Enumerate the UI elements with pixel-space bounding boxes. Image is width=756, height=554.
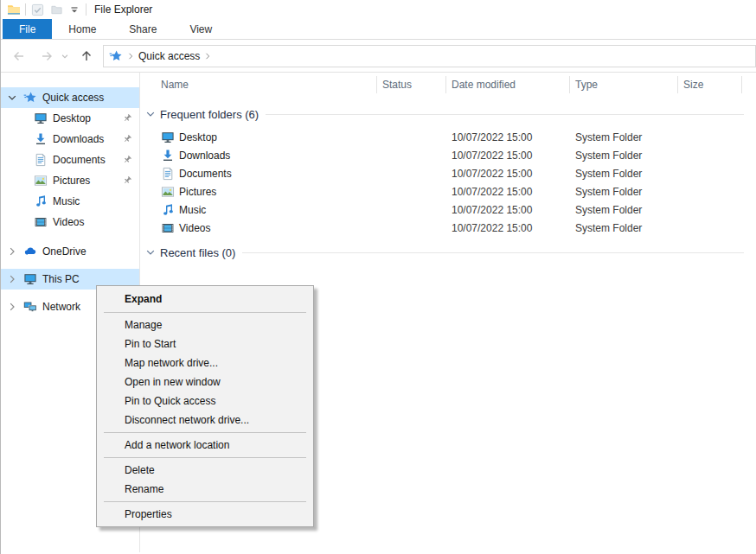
breadcrumb-chevron-icon[interactable] xyxy=(203,52,212,60)
tab-file[interactable]: File xyxy=(3,19,52,39)
chevron-right-icon[interactable] xyxy=(7,274,17,284)
chevron-right-icon[interactable] xyxy=(7,246,17,257)
file-date-modified: 10/07/2022 15:00 xyxy=(446,150,570,162)
pictures-icon xyxy=(161,185,175,199)
file-row-music[interactable]: Music 10/07/2022 15:00 System Folder xyxy=(140,201,756,219)
menu-item-pin-to-start[interactable]: Pin to Start xyxy=(97,334,313,353)
window-title: File Explorer xyxy=(94,3,152,16)
sidebar-item-documents[interactable]: Documents xyxy=(1,150,139,170)
sidebar-item-videos[interactable]: Videos xyxy=(1,212,139,232)
sidebar-item-downloads[interactable]: Downloads xyxy=(1,129,139,150)
tab-share-label: Share xyxy=(129,23,157,35)
column-header-date-modified[interactable]: Date modified xyxy=(446,76,570,93)
tab-share[interactable]: Share xyxy=(112,19,173,39)
tab-view[interactable]: View xyxy=(173,19,228,39)
column-header-name[interactable]: Name xyxy=(140,76,377,93)
documents-icon xyxy=(161,167,175,181)
desktop-icon xyxy=(34,111,48,125)
menu-separator xyxy=(104,501,306,502)
music-icon xyxy=(161,203,175,217)
menu-item-pin-to-quick-access[interactable]: Pin to Quick access xyxy=(97,392,313,411)
file-date-modified: 10/07/2022 15:00 xyxy=(446,131,570,143)
file-row-documents[interactable]: Documents 10/07/2022 15:00 System Folder xyxy=(140,164,756,182)
toolbar-separator xyxy=(25,3,26,16)
group-divider xyxy=(242,252,744,253)
file-row-desktop[interactable]: Desktop 10/07/2022 15:00 System Folder xyxy=(140,128,756,146)
sidebar-item-onedrive[interactable]: OneDrive xyxy=(1,241,139,262)
sidebar-item-label: Documents xyxy=(53,154,106,166)
sidebar-item-label: Network xyxy=(42,301,80,313)
menu-separator xyxy=(104,457,306,458)
file-name: Downloads xyxy=(179,150,230,162)
menu-separator xyxy=(104,432,306,433)
sidebar-item-label: Desktop xyxy=(53,112,91,124)
breadcrumb-quick-access[interactable]: Quick access xyxy=(138,50,200,62)
file-date-modified: 10/07/2022 15:00 xyxy=(446,204,570,216)
menu-item-rename[interactable]: Rename xyxy=(97,480,313,499)
group-header-recent-files[interactable]: Recent files (0) xyxy=(140,244,756,261)
customize-quick-access-toolbar-icon[interactable] xyxy=(67,3,81,16)
file-type: System Folder xyxy=(570,168,678,180)
column-header-type[interactable]: Type xyxy=(570,76,678,93)
file-type: System Folder xyxy=(570,186,678,198)
file-name: Desktop xyxy=(179,131,217,143)
properties-icon[interactable] xyxy=(30,3,44,16)
group-divider xyxy=(266,114,744,115)
music-icon xyxy=(34,194,48,208)
chevron-down-icon[interactable] xyxy=(7,92,17,103)
sidebar-item-desktop[interactable]: Desktop xyxy=(1,108,139,129)
column-header-size[interactable]: Size xyxy=(678,76,742,93)
sidebar-item-label: Quick access xyxy=(42,92,104,104)
chevron-down-icon[interactable] xyxy=(145,109,156,119)
file-row-videos[interactable]: Videos 10/07/2022 15:00 System Folder xyxy=(140,219,756,237)
menu-separator xyxy=(104,312,306,313)
menu-item-add-network-location[interactable]: Add a network location xyxy=(97,436,313,455)
menu-item-delete[interactable]: Delete xyxy=(97,461,313,480)
menu-item-properties[interactable]: Properties xyxy=(97,505,313,524)
column-header-row: Name Status Date modified Type Size xyxy=(140,73,756,97)
file-type: System Folder xyxy=(570,222,678,234)
group-header-frequent-folders[interactable]: Frequent folders (6) xyxy=(140,105,756,123)
sidebar-item-quick-access[interactable]: Quick access xyxy=(1,87,139,108)
title-bar: File Explorer xyxy=(1,0,756,19)
tab-home[interactable]: Home xyxy=(52,19,112,39)
recent-locations-chevron-icon[interactable] xyxy=(58,45,72,67)
documents-icon xyxy=(34,153,48,167)
this-pc-icon xyxy=(23,272,37,286)
sidebar-item-music[interactable]: Music xyxy=(1,191,139,212)
chevron-down-icon[interactable] xyxy=(145,247,156,258)
navigation-bar: Quick access xyxy=(1,40,756,73)
app-folder-icon xyxy=(7,3,21,16)
pin-icon xyxy=(122,113,132,124)
ribbon-tab-bar: File Home Share View xyxy=(1,19,756,40)
menu-item-disconnect-network-drive[interactable]: Disconnect network drive... xyxy=(97,411,313,430)
new-folder-icon[interactable] xyxy=(49,3,63,16)
menu-item-map-network-drive[interactable]: Map network drive... xyxy=(97,353,313,373)
menu-item-manage[interactable]: Manage xyxy=(97,315,313,334)
context-menu: Expand Manage Pin to Start Map network d… xyxy=(96,285,314,527)
group-label: Frequent folders (6) xyxy=(160,108,259,121)
forward-icon[interactable] xyxy=(35,45,58,67)
file-date-modified: 10/07/2022 15:00 xyxy=(446,222,570,234)
menu-item-expand[interactable]: Expand xyxy=(97,289,313,309)
address-bar[interactable]: Quick access xyxy=(103,45,756,67)
menu-item-open-in-new-window[interactable]: Open in new window xyxy=(97,373,313,392)
sidebar-item-label: Music xyxy=(53,195,80,207)
file-row-pictures[interactable]: Pictures 10/07/2022 15:00 System Folder xyxy=(140,182,756,201)
breadcrumb-chevron-icon[interactable] xyxy=(126,52,135,60)
videos-icon xyxy=(161,221,175,235)
file-name: Documents xyxy=(179,168,232,180)
videos-icon xyxy=(34,215,48,229)
file-date-modified: 10/07/2022 15:00 xyxy=(446,168,570,180)
group-label: Recent files (0) xyxy=(160,246,235,259)
quick-access-star-icon xyxy=(23,91,37,105)
up-icon[interactable] xyxy=(75,45,98,67)
sidebar-item-pictures[interactable]: Pictures xyxy=(1,170,139,191)
back-icon[interactable] xyxy=(8,45,30,67)
downloads-icon xyxy=(161,149,175,162)
chevron-right-icon[interactable] xyxy=(7,302,17,312)
file-type: System Folder xyxy=(570,131,678,143)
tab-view-label: View xyxy=(189,23,212,35)
file-row-downloads[interactable]: Downloads 10/07/2022 15:00 System Folder xyxy=(140,146,756,164)
column-header-status[interactable]: Status xyxy=(377,76,446,93)
